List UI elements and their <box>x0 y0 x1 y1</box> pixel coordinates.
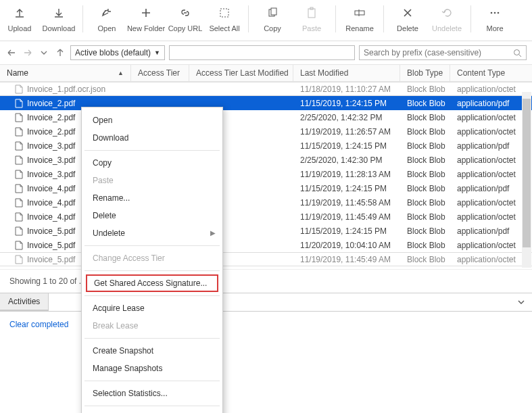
nav-forward-icon[interactable] <box>22 47 34 59</box>
table-row[interactable]: Invoice_2.pdf11/19/2019, 11:26:57 AMBloc… <box>0 124 532 139</box>
select-all-label: Select All <box>209 24 239 32</box>
table-row[interactable]: Invoice_5.pdf11/19/2019, 11:45:49 AMBloc… <box>0 252 532 266</box>
ctx-separator <box>84 150 220 151</box>
delete-button[interactable]: Delete <box>388 3 427 35</box>
vertical-scrollbar[interactable] <box>522 92 531 268</box>
cell-content-type: application/pdf <box>450 99 532 108</box>
cell-blob-type: Block Blob <box>400 226 450 236</box>
ctx-properties[interactable]: Properties... <box>82 410 222 413</box>
undelete-label: Undelete <box>432 24 462 32</box>
file-name: Invoice_3.pdf <box>27 155 75 165</box>
file-icon <box>15 141 23 151</box>
col-name[interactable]: Name▲ <box>0 65 131 81</box>
cell-blob-type: Block Blob <box>400 241 450 250</box>
col-last-modified[interactable]: Last Modified <box>293 65 400 81</box>
table-row[interactable]: Invoice_3.pdf2/25/2020, 1:42:30 PMBlock … <box>0 153 532 167</box>
table-row[interactable]: Invoice_5.pdf11/20/2019, 10:04:10 AMBloc… <box>0 238 532 252</box>
path-input[interactable] <box>169 45 355 60</box>
open-button[interactable]: Open <box>87 3 126 35</box>
table-row[interactable]: Invoice_2.pdf2/25/2020, 1:42:32 PMBlock … <box>0 110 532 124</box>
rename-button[interactable]: Rename <box>340 3 379 35</box>
rename-label: Rename <box>345 24 374 32</box>
ctx-rename[interactable]: Rename... <box>82 189 222 207</box>
search-box[interactable] <box>359 45 527 60</box>
undo-icon <box>439 5 454 20</box>
scrollbar-thumb[interactable] <box>523 99 531 247</box>
sort-asc-icon: ▲ <box>118 70 124 76</box>
table-row[interactable]: Invoice_3.pdf11/19/2019, 11:28:13 AMBloc… <box>0 167 532 181</box>
ctx-paste[interactable]: Paste <box>82 172 222 189</box>
table-row[interactable]: Invoice_2.pdf11/15/2019, 1:24:15 PMBlock… <box>0 96 532 110</box>
nav-back-icon[interactable] <box>5 47 18 59</box>
file-name: Invoice_2.pdf <box>27 99 75 108</box>
undelete-button[interactable]: Undelete <box>427 3 466 35</box>
new-folder-button[interactable]: New Folder <box>126 3 166 35</box>
clear-completed-link[interactable]: Clear completed <box>0 312 532 337</box>
more-icon <box>487 5 502 20</box>
ctx-delete[interactable]: Delete <box>82 207 222 224</box>
table-row[interactable]: Invoice_3.pdf11/15/2019, 1:24:15 PMBlock… <box>0 139 532 153</box>
col-blob-type[interactable]: Blob Type <box>400 65 450 81</box>
table-row[interactable]: Invoice_5.pdf11/15/2019, 1:24:15 PMBlock… <box>0 224 532 238</box>
grid-header: Name▲ Access Tier Access Tier Last Modif… <box>0 64 532 82</box>
ctx-copy[interactable]: Copy <box>82 154 222 172</box>
chevron-right-icon: ▶ <box>210 229 216 237</box>
col-tier-modified[interactable]: Access Tier Last Modified <box>189 65 293 81</box>
activities-panel: Activities <box>0 293 532 312</box>
cell-content-type: application/octet <box>450 84 532 94</box>
more-label: More <box>486 24 503 32</box>
context-menu: Open Download Copy Paste Rename... Delet… <box>81 107 223 413</box>
svg-point-9 <box>514 49 520 55</box>
toolbar-separator <box>248 5 249 32</box>
file-icon <box>15 155 23 165</box>
select-all-icon <box>217 5 232 20</box>
toolbar-separator <box>383 5 384 32</box>
cell-blob-type: Block Blob <box>400 113 450 122</box>
cell-content-type: application/octet <box>450 127 532 137</box>
cell-modified: 11/15/2019, 1:24:15 PM <box>293 184 400 193</box>
file-icon <box>15 170 23 179</box>
ctx-change-tier[interactable]: Change Access Tier <box>82 249 222 267</box>
table-row[interactable]: Invoice_4.pdf11/19/2019, 11:45:58 AMBloc… <box>0 195 532 210</box>
col-content-type[interactable]: Content Type <box>450 65 532 81</box>
ctx-open[interactable]: Open <box>82 112 222 129</box>
cell-content-type: application/pdf <box>450 184 532 193</box>
ctx-download[interactable]: Download <box>82 129 222 147</box>
copy-button[interactable]: Copy <box>253 3 292 35</box>
table-row[interactable]: Invoice_4.pdf11/15/2019, 1:24:15 PMBlock… <box>0 181 532 195</box>
table-row[interactable]: Invoice_4.pdf11/19/2019, 11:45:49 AMBloc… <box>0 210 532 224</box>
more-button[interactable]: More <box>475 3 514 35</box>
ctx-get-sas[interactable]: Get Shared Access Signature... <box>86 274 218 292</box>
download-button[interactable]: Download <box>39 3 78 35</box>
file-name: Invoice_5.pdf <box>27 255 75 264</box>
nav-up-icon[interactable] <box>54 47 66 59</box>
ctx-break-lease[interactable]: Break Lease <box>82 317 222 335</box>
cell-content-type: application/octet <box>450 255 532 264</box>
file-grid: Name▲ Access Tier Access Tier Last Modif… <box>0 64 532 266</box>
ctx-separator <box>84 338 220 339</box>
copy-url-button[interactable]: Copy URL <box>166 3 205 35</box>
file-icon <box>15 255 23 264</box>
download-label: Download <box>43 24 76 32</box>
ctx-create-snapshot[interactable]: Create Snapshot <box>82 342 222 360</box>
select-all-button[interactable]: Select All <box>205 3 244 35</box>
col-access-tier[interactable]: Access Tier <box>131 65 189 81</box>
ctx-undelete[interactable]: Undelete▶ <box>82 224 222 242</box>
view-filter-dropdown[interactable]: Active blobs (default) ▼ <box>70 45 165 60</box>
file-name: Invoice_4.pdf <box>27 212 75 222</box>
paste-button[interactable]: Paste <box>292 3 331 35</box>
svg-point-7 <box>494 12 496 14</box>
upload-button[interactable]: Upload <box>0 3 39 35</box>
search-input[interactable] <box>364 48 510 57</box>
ctx-acquire-lease[interactable]: Acquire Lease <box>82 299 222 317</box>
nav-recent-icon[interactable] <box>38 47 50 59</box>
file-icon <box>15 127 23 137</box>
activities-tab[interactable]: Activities <box>0 293 49 311</box>
cell-blob-type: Block Blob <box>400 184 450 193</box>
toolbar-separator <box>82 5 83 32</box>
expand-icon[interactable] <box>517 298 532 306</box>
copy-icon <box>265 5 280 20</box>
ctx-manage-snapshots[interactable]: Manage Snapshots <box>82 360 222 377</box>
ctx-selection-stats[interactable]: Selection Statistics... <box>82 385 222 402</box>
table-row[interactable]: Invoice_1.pdf.ocr.json11/18/2019, 11:10:… <box>0 82 532 96</box>
